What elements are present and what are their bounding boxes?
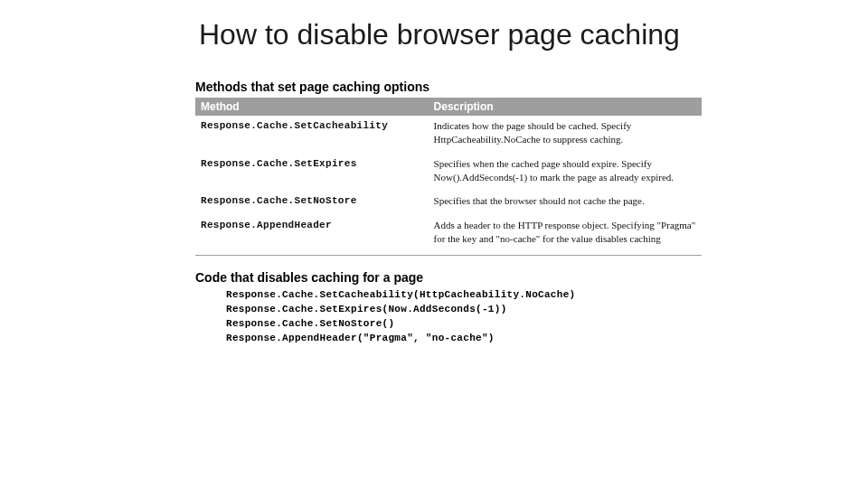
table-row: Response.Cache.SetExpires Specifies when… <box>195 154 702 192</box>
code-block: Response.Cache.SetCacheability(HttpCache… <box>226 288 702 346</box>
description-cell: Specifies that the browser should not ca… <box>429 191 702 215</box>
table-row: Response.AppendHeader Adds a header to t… <box>195 215 702 255</box>
description-cell: Indicates how the page should be cached.… <box>429 116 702 154</box>
content-area: Methods that set page caching options Me… <box>195 80 702 346</box>
description-cell: Adds a header to the HTTP response objec… <box>429 215 702 255</box>
description-cell: Specifies when the cached page should ex… <box>429 154 702 192</box>
method-cell: Response.Cache.SetCacheability <box>195 116 429 154</box>
table-row: Response.Cache.SetNoStore Specifies that… <box>195 191 702 215</box>
col-header-method: Method <box>195 98 429 116</box>
methods-table: Method Description Response.Cache.SetCac… <box>195 98 702 256</box>
table-row: Response.Cache.SetCacheability Indicates… <box>195 116 702 154</box>
method-cell: Response.Cache.SetNoStore <box>195 191 429 215</box>
method-cell: Response.AppendHeader <box>195 215 429 255</box>
slide-title: How to disable browser page caching <box>199 18 680 52</box>
col-header-description: Description <box>429 98 702 116</box>
code-section: Code that disables caching for a page Re… <box>195 270 702 346</box>
methods-section-title: Methods that set page caching options <box>195 80 702 94</box>
table-header-row: Method Description <box>195 98 702 116</box>
method-cell: Response.Cache.SetExpires <box>195 154 429 192</box>
code-section-title: Code that disables caching for a page <box>195 270 702 285</box>
